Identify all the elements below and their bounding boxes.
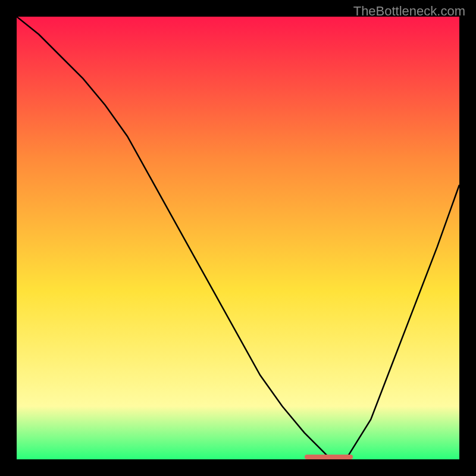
chart-container: TheBottleneck.com xyxy=(0,0,476,476)
plot-area xyxy=(17,17,459,459)
optimal-marker xyxy=(305,455,353,459)
curve-line xyxy=(17,17,459,459)
watermark-text: TheBottleneck.com xyxy=(353,4,465,19)
